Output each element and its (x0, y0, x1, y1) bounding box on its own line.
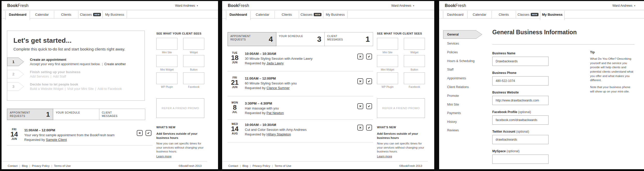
tab-my-business[interactable]: My Business (540, 11, 565, 19)
thumb-widget[interactable]: Widget (183, 38, 204, 54)
nav-item-general[interactable]: General (443, 30, 482, 39)
learn-more-link[interactable]: Learn more (156, 155, 172, 158)
contact-link[interactable]: Contact (228, 164, 238, 167)
thumbnail-box (156, 38, 178, 50)
appointment-month: JUN (9, 138, 20, 140)
user-menu[interactable]: Ward Andrews▾ (612, 4, 635, 7)
blog-link[interactable]: Blog (243, 164, 248, 167)
tab-clients[interactable]: Clients (275, 11, 299, 19)
nav-item-reviews[interactable]: Reviews (447, 129, 459, 132)
tab-classes[interactable]: ClassesNEW (299, 11, 323, 19)
nav-item-appointments[interactable]: Appointments (447, 76, 466, 80)
nav-item-services[interactable]: Services (447, 42, 459, 45)
blog-link[interactable]: Blog (22, 164, 28, 167)
decline-button[interactable]: ✕ (357, 54, 363, 59)
terms-link[interactable]: Terms of Use (54, 164, 71, 167)
tab-my-business[interactable]: My Business (103, 11, 127, 19)
visit-mini-site-link[interactable]: Visit your Mini Site (67, 87, 94, 91)
accept-button[interactable]: ✔ (366, 125, 372, 131)
decline-button[interactable]: ✕ (357, 125, 363, 131)
thumb-wp-plugin[interactable]: WP Plugin (156, 72, 178, 88)
thumb-facebook[interactable]: Facebook (404, 72, 425, 88)
stat-tab-client-messages[interactable]: CLIENT MESSAGES (99, 109, 145, 120)
nav-item-staff[interactable]: Staff (447, 68, 453, 71)
stat-tab-client-messages[interactable]: CLIENT MESSAGES1 (324, 32, 373, 46)
tab-my-business[interactable]: My Business (323, 11, 348, 19)
stat-tab-appointment-requests[interactable]: APPOINTMENT REQUESTS4 (228, 32, 276, 46)
tab-clients[interactable]: Clients (54, 11, 78, 19)
tab-dashboard[interactable]: Dashboard (6, 11, 30, 19)
decline-button[interactable]: ✕ (137, 130, 143, 136)
tab-calendar[interactable]: Calendar (251, 11, 275, 19)
client-sees-heading: SEE WHAT YOUR CLIENT SEES (156, 32, 202, 35)
tab-classes[interactable]: ClassesNEW (78, 11, 103, 19)
thumb-mini-site[interactable]: Mini Site (377, 38, 398, 54)
decline-button[interactable]: ✕ (357, 78, 363, 84)
facebook-profile-input[interactable] (492, 115, 549, 125)
tab-dashboard[interactable]: Dashboard (226, 11, 251, 19)
business-website-input[interactable] (492, 96, 549, 105)
separator: | (102, 62, 103, 66)
client-link[interactable]: Jada Lawry (267, 61, 284, 65)
contact-link[interactable]: Contact (8, 164, 18, 167)
stat-tab-your-schedule[interactable]: YOUR SCHEDULE3 (276, 32, 325, 46)
nav-item-client-relations[interactable]: Client Relations (447, 85, 469, 89)
nav-item-mini-site[interactable]: Mini Site (447, 103, 459, 106)
appointment-row: FRI 14 JUN 11:00AM – 12:00PM Your very f… (7, 128, 152, 146)
nav-item-hours-scheduling[interactable]: Hours & Scheduling (447, 59, 474, 63)
nav-item-payments[interactable]: Payments (447, 111, 461, 115)
twitter-account-input[interactable] (492, 135, 549, 144)
add-to-facebook-link[interactable]: Add to Facebook (98, 87, 122, 91)
stat-label: YOUR SCHEDULE (279, 35, 304, 38)
nav-item-promote[interactable]: Promote (447, 94, 459, 98)
decline-button[interactable]: ✕ (357, 103, 363, 109)
add-staff-link[interactable]: Add Staff (53, 75, 66, 78)
accept-button[interactable]: ✔ (366, 54, 372, 59)
brand-logo: BookFresh (7, 3, 29, 8)
thumb-button[interactable]: Button (183, 55, 204, 71)
tab-calendar[interactable]: Calendar (30, 11, 54, 19)
appointment-time: 3:30PM – 4:30PM (245, 101, 272, 105)
privacy-link[interactable]: Privacy Policy (32, 164, 50, 167)
build-widget-link[interactable]: Build a Website Widget (30, 87, 63, 91)
learn-more-link[interactable]: Learn more (377, 155, 392, 158)
accept-button[interactable]: ✔ (366, 103, 372, 109)
add-services-link[interactable]: Add Services (30, 75, 49, 78)
user-menu[interactable]: Ward Andrews▾ (391, 4, 414, 7)
panel-dashboard-onboarding: BookFresh Ward Andrews▾ Dashboard Calend… (2, 1, 218, 169)
step-number: 1 (7, 57, 20, 66)
nav-item-history[interactable]: History (447, 120, 457, 124)
terms-link[interactable]: Terms of Use (275, 164, 291, 167)
client-link[interactable]: Pat Newton (267, 111, 284, 115)
accept-button[interactable]: ✔ (146, 130, 151, 136)
thumb-mini-widget[interactable]: Mini Widget (377, 55, 398, 71)
user-menu[interactable]: Ward Andrews▾ (175, 4, 198, 7)
privacy-link[interactable]: Privacy Policy (253, 164, 270, 167)
tip-heading: Tip (590, 50, 635, 54)
thumb-button[interactable]: Button (404, 55, 425, 71)
thumb-wp-plugin[interactable]: WP Plugin (377, 72, 398, 88)
create-another-link[interactable]: Create another (104, 62, 126, 66)
stat-tab-appointment-requests[interactable]: APPOINTMENT REQUESTS1 (7, 109, 53, 120)
myspace-input[interactable] (492, 155, 549, 164)
thumb-widget[interactable]: Widget (404, 38, 425, 54)
client-link[interactable]: Sample Client (46, 138, 67, 142)
tab-calendar[interactable]: Calendar (468, 11, 492, 19)
tab-dashboard[interactable]: Dashboard (443, 11, 468, 19)
client-link[interactable]: Clance Sumner (267, 86, 290, 90)
stat-tab-your-schedule[interactable]: YOUR SCHEDULE (53, 109, 99, 120)
client-link[interactable]: Hillary Stapleton (267, 132, 291, 136)
refer-friend-promo[interactable]: REFER A FRIEND PROMO (156, 98, 204, 118)
business-name-input[interactable] (492, 57, 549, 66)
thumb-mini-site[interactable]: Mini Site (156, 38, 178, 54)
accept-button[interactable]: ✔ (366, 78, 372, 84)
nav-item-policies[interactable]: Policies (447, 50, 458, 54)
tab-clients[interactable]: Clients (492, 11, 516, 19)
business-phone-input[interactable] (492, 76, 549, 86)
step-desc: Accept your very first appointment reque… (30, 62, 100, 66)
thumb-facebook[interactable]: Facebook (183, 72, 204, 88)
thumb-mini-widget[interactable]: Mini Widget (156, 55, 178, 71)
brand-logo: BookFresh (445, 3, 466, 8)
refer-friend-promo[interactable]: REFER A FRIEND PROMO (377, 98, 425, 118)
tab-classes[interactable]: ClassesNEW (516, 11, 540, 19)
